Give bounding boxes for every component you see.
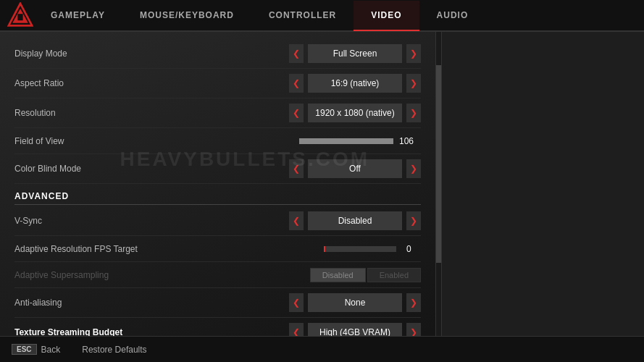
vsync-value: Disabled: [308, 211, 402, 230]
fps-slider-fill: [324, 246, 325, 252]
aspect-ratio-label: Aspect Ratio: [14, 78, 289, 88]
tab-gameplay[interactable]: GAMEPLAY: [33, 1, 122, 31]
setting-aspect-ratio: Aspect Ratio ❮ 16:9 (native) ❯: [14, 69, 421, 98]
aspect-ratio-right[interactable]: ❯: [406, 74, 421, 93]
svg-rect-2: [17, 14, 22, 20]
scrollbar-thumb[interactable]: [436, 65, 441, 264]
fps-slider-track[interactable]: [324, 246, 396, 252]
display-mode-label: Display Mode: [14, 49, 289, 59]
back-button[interactable]: ESC Back: [12, 344, 60, 355]
tab-video[interactable]: VIDEO: [354, 1, 419, 31]
esc-key: ESC: [12, 344, 37, 355]
color-blind-left[interactable]: ❮: [289, 159, 304, 178]
resolution-label: Resolution: [14, 108, 289, 118]
setting-fps-target: Adaptive Resolution FPS Target 0: [14, 236, 421, 262]
aspect-ratio-value: 16:9 (native): [308, 74, 402, 93]
resolution-left[interactable]: ❮: [289, 104, 304, 122]
fov-label: Field of View: [14, 136, 299, 146]
right-panel: [441, 32, 644, 362]
fov-value: 106: [399, 136, 421, 146]
adaptive-ss-label: Adaptive Supersampling: [14, 270, 310, 280]
resolution-control: ❮ 1920 x 1080 (native) ❯: [289, 104, 421, 122]
vsync-control: ❮ Disabled ❯: [289, 211, 421, 230]
fps-target-value: 0: [406, 244, 421, 254]
setting-anti-aliasing: Anti-aliasing ❮ None ❯: [14, 288, 421, 318]
header: GAMEPLAY MOUSE/KEYBOARD CONTROLLER VIDEO…: [0, 0, 644, 32]
anti-aliasing-control: ❮ None ❯: [289, 293, 421, 312]
setting-resolution: Resolution ❮ 1920 x 1080 (native) ❯: [14, 98, 421, 128]
restore-defaults-button[interactable]: Restore Defaults: [82, 345, 146, 355]
display-mode-value: Full Screen: [308, 44, 402, 63]
fps-target-label: Adaptive Resolution FPS Target: [14, 244, 324, 254]
fov-slider-track[interactable]: [299, 138, 393, 144]
tab-mouse-keyboard[interactable]: MOUSE/KEYBOARD: [122, 1, 251, 31]
anti-aliasing-label: Anti-aliasing: [14, 298, 289, 308]
main-content: Display Mode ❮ Full Screen ❯ Aspect Rati…: [0, 32, 644, 362]
bottom-bar: ESC Back Restore Defaults: [0, 336, 644, 362]
anti-aliasing-left[interactable]: ❮: [289, 293, 304, 312]
nav-tabs: GAMEPLAY MOUSE/KEYBOARD CONTROLLER VIDEO…: [33, 0, 637, 30]
anti-aliasing-right[interactable]: ❯: [406, 293, 421, 312]
fov-slider-fill: [299, 138, 393, 144]
back-label: Back: [41, 345, 61, 355]
fps-target-control: 0: [324, 244, 421, 254]
resolution-value: 1920 x 1080 (native): [308, 104, 402, 122]
tab-audio[interactable]: AUDIO: [419, 1, 486, 31]
display-mode-right[interactable]: ❯: [406, 44, 421, 63]
tab-controller[interactable]: CONTROLLER: [251, 1, 354, 31]
color-blind-right[interactable]: ❯: [406, 159, 421, 178]
aspect-ratio-left[interactable]: ❮: [289, 74, 304, 93]
setting-color-blind: Color Blind Mode ❮ Off ❯: [14, 154, 421, 184]
display-mode-control: ❮ Full Screen ❯: [289, 44, 421, 63]
vsync-right[interactable]: ❯: [406, 211, 421, 230]
adaptive-ss-enabled[interactable]: Enabled: [367, 268, 421, 282]
setting-fov: Field of View 106: [14, 128, 421, 154]
app-background: GAMEPLAY MOUSE/KEYBOARD CONTROLLER VIDEO…: [0, 0, 644, 362]
color-blind-value: Off: [308, 159, 402, 178]
advanced-section-header: ADVANCED: [14, 184, 421, 205]
adaptive-ss-control: Disabled Enabled: [310, 268, 421, 282]
resolution-right[interactable]: ❯: [406, 104, 421, 122]
apex-logo: [7, 2, 33, 28]
aspect-ratio-control: ❮ 16:9 (native) ❯: [289, 74, 421, 93]
restore-label: Restore Defaults: [82, 345, 146, 355]
setting-adaptive-ss: Adaptive Supersampling Disabled Enabled: [14, 262, 421, 288]
color-blind-label: Color Blind Mode: [14, 164, 289, 174]
vsync-left[interactable]: ❮: [289, 211, 304, 230]
anti-aliasing-value: None: [308, 293, 402, 312]
fov-control: 106: [299, 136, 421, 146]
color-blind-control: ❮ Off ❯: [289, 159, 421, 178]
setting-vsync: V-Sync ❮ Disabled ❯: [14, 206, 421, 236]
adaptive-ss-disabled[interactable]: Disabled: [310, 268, 366, 282]
settings-panel: Display Mode ❮ Full Screen ❯ Aspect Rati…: [0, 32, 435, 362]
scrollbar[interactable]: [435, 32, 441, 362]
setting-display-mode: Display Mode ❮ Full Screen ❯: [14, 39, 421, 69]
display-mode-left[interactable]: ❮: [289, 44, 304, 63]
vsync-label: V-Sync: [14, 216, 289, 226]
